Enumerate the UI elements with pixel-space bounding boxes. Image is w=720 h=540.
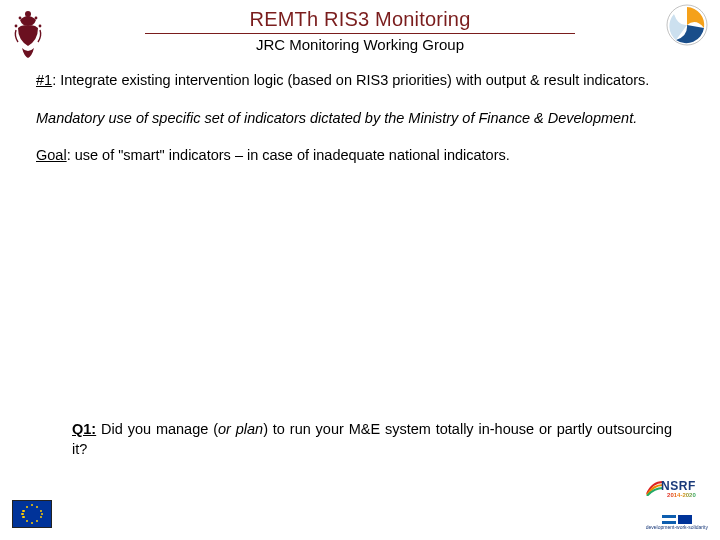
eu-flag-icon	[12, 500, 52, 528]
svg-point-4	[39, 25, 42, 28]
page-subtitle: JRC Monitoring Working Group	[0, 36, 720, 53]
question-label: Q1:	[72, 421, 96, 437]
swirl-logo-icon	[666, 4, 708, 50]
paragraph-1: #1: Integrate existing intervention logi…	[36, 71, 684, 91]
greece-flag-icon	[662, 515, 676, 524]
nsrf-brand: NSRF	[661, 480, 696, 492]
question-em: or plan	[218, 421, 263, 437]
p1-prefix: #1	[36, 72, 52, 88]
footer: NSRF 2014-2020 development-work-solidari…	[0, 492, 720, 534]
nsrf-flags	[646, 515, 708, 524]
p3-goal-label: Goal	[36, 147, 67, 163]
nsrf-tagline: development-work-solidarity	[646, 525, 708, 530]
slide: REMTh RIS3 Monitoring JRC Monitoring Wor…	[0, 0, 720, 540]
paragraph-3: Goal: use of "smart" indicators – in cas…	[36, 146, 684, 166]
svg-point-2	[35, 17, 38, 20]
content: #1: Integrate existing intervention logi…	[0, 53, 720, 166]
question-block: Q1: Did you manage (or plan) to run your…	[72, 420, 672, 459]
nsrf-logo: NSRF 2014-2020 development-work-solidari…	[646, 480, 708, 530]
header: REMTh RIS3 Monitoring JRC Monitoring Wor…	[0, 0, 720, 53]
page-title: REMTh RIS3 Monitoring	[0, 8, 720, 31]
paragraph-2: Mandatory use of specific set of indicat…	[36, 109, 684, 129]
svg-point-1	[19, 17, 22, 20]
title-underline	[145, 33, 575, 34]
question-pre: Did you manage (	[96, 421, 218, 437]
nsrf-years: 2014-2020	[667, 492, 696, 498]
p1-text: : Integrate existing intervention logic …	[52, 72, 649, 88]
p3-text: : use of "smart" indicators – in case of…	[67, 147, 510, 163]
heraldic-logo-icon	[10, 6, 46, 64]
svg-point-3	[15, 25, 18, 28]
eu-flag-small-icon	[678, 515, 692, 524]
